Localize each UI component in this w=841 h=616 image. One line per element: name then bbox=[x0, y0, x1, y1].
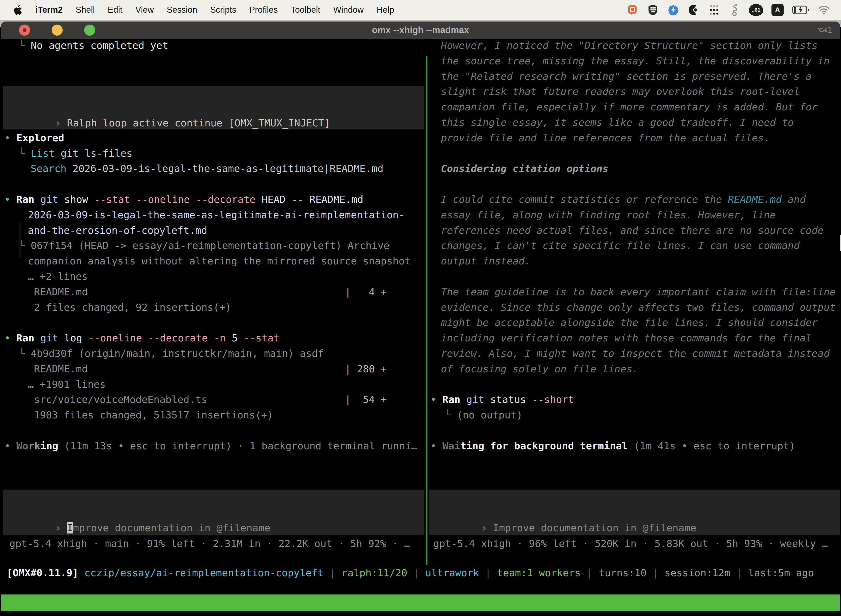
battery-icon[interactable] bbox=[792, 4, 810, 16]
menu-item-help[interactable]: Help bbox=[377, 5, 394, 15]
left-pane-terminal-line: • Ran git log --oneline --decorate -n 5 … bbox=[4, 330, 280, 346]
right-pane-terminal-line: However, I noticed the "Directory Struct… bbox=[441, 38, 818, 53]
right-pane-terminal-line: provide file and line references from th… bbox=[441, 130, 770, 146]
right-pane-terminal-line: └ (no output) bbox=[445, 407, 523, 423]
window-shortcut-badge: ⌥⌘1 bbox=[817, 22, 832, 39]
right-prompt-input[interactable]: Improve documentation in @filename bbox=[493, 522, 696, 534]
menu-items: iTerm2 Shell Edit View Session Scripts P… bbox=[35, 5, 394, 15]
right-pane-terminal-line: the "Related research writing" section i… bbox=[441, 69, 812, 84]
left-pane-terminal-line: companion analysis without altering the … bbox=[28, 253, 410, 269]
menu-item-scripts[interactable]: Scripts bbox=[210, 5, 236, 15]
omx-status-segment: cczip/essay/ai-reimplementation-copyleft bbox=[84, 567, 324, 578]
blue-badge-icon[interactable] bbox=[667, 4, 679, 16]
omx-status-segment: [OMX#0.11.9] bbox=[7, 567, 78, 578]
right-pane-terminal-line: the source tree, missing the essay. Stil… bbox=[441, 53, 830, 69]
terminal-area[interactable]: › Ralph loop active continue [OMX_TMUX_I… bbox=[1, 39, 840, 616]
tmux-session-name: [omx-cczip0:bash* bbox=[5, 611, 50, 616]
left-prompt-box[interactable]: › Improve documentation in @filename bbox=[3, 490, 424, 535]
dots-grid-icon[interactable] bbox=[708, 4, 720, 16]
keyboard-a-icon[interactable]: A bbox=[771, 4, 784, 16]
left-pane-terminal-line: README.md | 280 + bbox=[34, 361, 387, 377]
hook-icon[interactable] bbox=[728, 4, 741, 16]
omx-status-segment: | bbox=[646, 567, 664, 578]
menu-bar: iTerm2 Shell Edit View Session Scripts P… bbox=[0, 0, 841, 20]
right-pane-terminal-line: Considering citation options bbox=[441, 161, 608, 176]
window-title: omx --xhigh --madmax bbox=[1, 22, 840, 39]
left-pane-terminal-line: Search 2026-03-09-is-legal-the-same-as-l… bbox=[31, 161, 384, 176]
banner-prompt-icon: › bbox=[55, 117, 61, 129]
menu-item-edit[interactable]: Edit bbox=[108, 5, 122, 15]
right-pane-terminal-line: output instead. bbox=[441, 253, 530, 269]
omx-status-segment: | bbox=[324, 567, 341, 578]
menu-item-toolbelt[interactable]: Toolbelt bbox=[291, 5, 320, 15]
omx-status-segment: ralph:11/20 bbox=[341, 567, 407, 578]
right-pane-terminal-line: of focusing solely on file lines. bbox=[441, 361, 638, 377]
menu-item-view[interactable]: View bbox=[135, 5, 154, 15]
left-prompt-input[interactable]: mprove documentation in @filename bbox=[73, 522, 270, 534]
left-pane-terminal-line: 1903 files changed, 513517 insertions(+) bbox=[34, 407, 273, 423]
menu-item-iterm2[interactable]: iTerm2 bbox=[35, 5, 63, 15]
right-prompt-icon: › bbox=[481, 522, 487, 534]
left-pane-terminal-line: • Explored bbox=[4, 130, 64, 146]
left-pane-terminal-line: 2026-03-09-is-legal-the-same-as-legitima… bbox=[28, 207, 404, 223]
left-pane-terminal-line: … +2 lines bbox=[28, 269, 88, 284]
right-pane-terminal-line: I could cite commit statistics or refere… bbox=[441, 192, 806, 207]
left-pane-terminal-line: └ List git ls-files bbox=[19, 146, 132, 161]
left-model-status: gpt-5.4 xhigh · main · 91% left · 2.31M … bbox=[9, 536, 410, 551]
apple-menu-icon[interactable] bbox=[14, 5, 22, 15]
right-pane-terminal-line: changes, I can't cite specific file line… bbox=[441, 238, 800, 253]
left-pane-terminal-line: README.md | 4 + bbox=[34, 284, 387, 300]
left-pane-terminal-line: └ 4b9d30f (origin/main, instructkr/main,… bbox=[19, 346, 324, 361]
left-pane-terminal-line: 2 files changed, 92 insertions(+) bbox=[34, 300, 231, 315]
omx-status-segment: | bbox=[479, 567, 497, 578]
shield-grid-icon[interactable] bbox=[647, 4, 659, 16]
right-pane-terminal-line: review. Also, I might want to inspect th… bbox=[441, 346, 830, 361]
left-pane-terminal-line: src/voice/voiceModeEnabled.ts | 54 + bbox=[34, 392, 387, 407]
right-pane-terminal-line: • Ran git status --short bbox=[431, 392, 574, 407]
right-pane-terminal-line: The team guideline is to back every impo… bbox=[441, 284, 835, 300]
right-pane-terminal-line: essay file, along with finding root file… bbox=[441, 207, 776, 223]
right-pane-terminal-line: slight risk that future readers may over… bbox=[441, 84, 800, 99]
right-pane-terminal-line: might be acceptable alongside the file l… bbox=[441, 315, 818, 330]
right-pane-terminal-line: references need actual files, and since … bbox=[441, 223, 823, 238]
left-prompt-icon: › bbox=[55, 522, 61, 534]
banner-text: Ralph loop active continue [OMX_TMUX_INJ… bbox=[67, 117, 330, 129]
menu-item-session[interactable]: Session bbox=[167, 5, 197, 15]
menu-status-icons: ..61 A bbox=[626, 4, 830, 16]
omx-status-segment: | bbox=[730, 567, 748, 578]
omx-status-segment: last:5m ago bbox=[748, 567, 814, 578]
right-pane-terminal-line: • Waiting for background terminal (1m 41… bbox=[431, 438, 795, 454]
window-titlebar[interactable]: omx --xhigh --madmax ⌥⌘1 bbox=[1, 22, 840, 39]
left-pane-terminal-line: … +1901 lines bbox=[28, 377, 105, 392]
left-pane-terminal-line: and-the-erosion-of-copyleft.md bbox=[28, 223, 207, 238]
kaleidoscope-icon[interactable] bbox=[687, 4, 700, 16]
ralph-banner-box: › Ralph loop active continue [OMX_TMUX_I… bbox=[3, 86, 424, 129]
left-pane-terminal-line: • Ran git show --stat --oneline --decora… bbox=[4, 192, 363, 207]
omx-status-segment: | bbox=[407, 567, 425, 578]
right-prompt-box[interactable]: › Improve documentation in @filename bbox=[429, 490, 840, 535]
screenshot-app-icon[interactable] bbox=[626, 4, 639, 16]
wifi-icon[interactable] bbox=[818, 4, 830, 16]
menu-item-window[interactable]: Window bbox=[333, 5, 364, 15]
omx-status-segment: turns:10 bbox=[599, 567, 646, 578]
menu-item-profiles[interactable]: Profiles bbox=[249, 5, 278, 15]
right-pane-terminal-line: this single essay, it seems like a good … bbox=[441, 115, 794, 130]
left-prompt-cursor: I bbox=[67, 522, 73, 534]
omx-status-segment: | bbox=[581, 567, 599, 578]
menu-item-shell[interactable]: Shell bbox=[76, 5, 95, 15]
omx-status-segment: session:12m bbox=[664, 567, 730, 578]
left-pane-terminal-line: • Working (11m 13s • esc to interrupt) ·… bbox=[4, 438, 417, 454]
right-pane-terminal-line: evidence. Since this change only affects… bbox=[441, 300, 835, 315]
omx-status-segment: team:1 workers bbox=[497, 567, 580, 578]
omx-status-line: [OMX#0.11.9] cczip/essay/ai-reimplementa… bbox=[7, 565, 814, 581]
iterm2-window: omx --xhigh --madmax ⌥⌘1 › Ralph loop ac… bbox=[1, 22, 840, 616]
percent-61-badge-icon[interactable]: ..61 bbox=[749, 4, 763, 16]
omx-status-segment bbox=[78, 567, 84, 578]
left-pane-terminal-line: └ 067f154 (HEAD -> essay/ai-reimplementa… bbox=[19, 238, 390, 253]
left-pane-terminal-line: └ No agents completed yet bbox=[19, 38, 168, 53]
right-pane-terminal-line: including verification notes with those … bbox=[441, 330, 812, 346]
pane-divider[interactable] bbox=[426, 56, 428, 565]
right-model-status: gpt-5.4 xhigh · 96% left · 520K in · 5.8… bbox=[433, 536, 828, 551]
right-pane-terminal-line: companion file, especially if more comme… bbox=[441, 99, 818, 115]
tmux-status-bar: [omx-cczip0:bash* "MacBook-Pro-44.local"… bbox=[1, 594, 840, 611]
